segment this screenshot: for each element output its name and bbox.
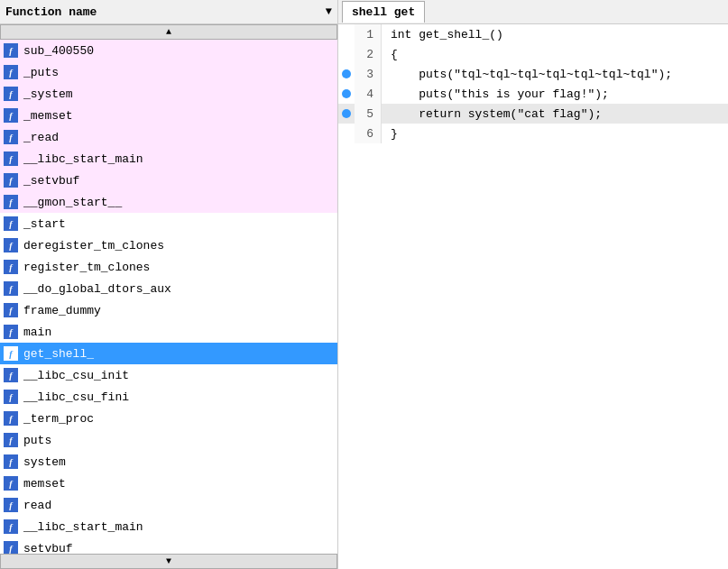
function-item[interactable]: f__libc_csu_fini xyxy=(0,386,337,408)
function-name: setvbuf xyxy=(23,542,73,555)
line-number: 6 xyxy=(355,124,382,143)
function-item[interactable]: f__libc_start_main xyxy=(0,148,337,170)
scroll-down-button[interactable]: ▼ xyxy=(0,554,337,569)
function-name: _term_proc xyxy=(23,412,94,426)
function-item[interactable]: f_start xyxy=(0,213,337,234)
function-name: sub_400550 xyxy=(23,44,94,58)
line-number: 3 xyxy=(355,64,382,84)
dot-circle xyxy=(342,69,351,78)
function-icon: f xyxy=(4,303,18,317)
function-icon: f xyxy=(4,130,18,144)
line-code-text: { xyxy=(382,44,398,64)
function-icon: f xyxy=(4,325,18,339)
function-name: __libc_start_main xyxy=(23,152,143,166)
function-name: main xyxy=(23,326,51,339)
breakpoint-dot[interactable] xyxy=(338,104,355,124)
function-item[interactable]: f__libc_csu_init xyxy=(0,364,337,386)
function-item[interactable]: fmemset xyxy=(0,473,337,494)
breakpoint-dot[interactable] xyxy=(338,64,355,84)
breakpoint-dot[interactable] xyxy=(338,84,355,104)
breakpoint-dot[interactable] xyxy=(338,24,355,44)
line-code-text: int get_shell_() xyxy=(382,24,503,44)
function-icon: f xyxy=(4,260,18,274)
function-list-header: Function name ▼ xyxy=(0,0,337,24)
dot-circle xyxy=(342,109,351,118)
function-icon: f xyxy=(4,390,18,404)
function-name: _read xyxy=(23,131,59,144)
code-line: 5 return system("cat flag"); xyxy=(338,104,728,124)
function-name: __gmon_start__ xyxy=(23,196,122,209)
line-code-text: return system("cat flag"); xyxy=(382,104,602,124)
function-item[interactable]: fread xyxy=(0,494,337,516)
function-icon: f xyxy=(4,65,18,79)
function-icon: f xyxy=(4,195,18,209)
line-number: 5 xyxy=(355,104,382,124)
code-view: 1int get_shell_()2{3 puts("tql~tql~tql~t… xyxy=(338,24,728,569)
line-code-text: puts("this is your flag!"); xyxy=(382,84,609,104)
function-header-label: Function name xyxy=(5,5,97,19)
function-item[interactable]: fget_shell_ xyxy=(0,343,337,364)
function-name: __libc_csu_init xyxy=(23,369,129,382)
function-icon: f xyxy=(4,108,18,123)
function-icon: f xyxy=(4,87,18,101)
function-item[interactable]: f__libc_start_main xyxy=(0,516,337,537)
function-name: system xyxy=(23,455,66,469)
function-item[interactable]: fmain xyxy=(0,321,337,343)
breakpoint-dot[interactable] xyxy=(338,44,355,64)
function-item[interactable]: f__do_global_dtors_aux xyxy=(0,278,337,299)
right-panel: shell get 1int get_shell_()2{3 puts("tql… xyxy=(338,0,728,569)
function-item[interactable]: fputs xyxy=(0,429,337,451)
sort-icon: ▼ xyxy=(326,5,332,18)
function-name: read xyxy=(23,499,51,512)
function-item[interactable]: f_system xyxy=(0,83,337,105)
function-item[interactable]: fsystem xyxy=(0,451,337,473)
function-icon: f xyxy=(4,433,18,447)
line-number: 4 xyxy=(355,84,382,104)
function-name: _memset xyxy=(23,109,73,123)
scroll-up-button[interactable]: ▲ xyxy=(0,24,337,40)
function-item[interactable]: f_setvbuf xyxy=(0,170,337,191)
function-name: _setvbuf xyxy=(23,174,79,188)
function-icon: f xyxy=(4,368,18,382)
code-line: 4 puts("this is your flag!"); xyxy=(338,84,728,104)
function-item[interactable]: f_puts xyxy=(0,61,337,83)
function-icon: f xyxy=(4,498,18,512)
function-name: puts xyxy=(23,434,51,447)
function-icon: f xyxy=(4,541,18,554)
function-name: get_shell_ xyxy=(23,347,94,361)
breakpoint-dot[interactable] xyxy=(338,124,355,143)
function-item[interactable]: fderegister_tm_clones xyxy=(0,234,337,256)
function-item[interactable]: fframe_dummy xyxy=(0,299,337,321)
function-item[interactable]: fsetvbuf xyxy=(0,537,337,554)
code-line: 6} xyxy=(338,124,728,143)
function-icon: f xyxy=(4,281,18,296)
function-icon: f xyxy=(4,43,18,58)
function-name: _puts xyxy=(23,66,59,79)
function-item[interactable]: f__gmon_start__ xyxy=(0,191,337,213)
function-item[interactable]: fregister_tm_clones xyxy=(0,256,337,278)
code-line: 1int get_shell_() xyxy=(338,24,728,44)
function-item[interactable]: f_memset xyxy=(0,105,337,126)
function-icon: f xyxy=(4,238,18,252)
function-icon: f xyxy=(4,173,18,188)
line-number: 1 xyxy=(355,24,382,44)
line-code-text: puts("tql~tql~tql~tql~tql~tql~tql"); xyxy=(382,64,672,84)
function-item[interactable]: f_term_proc xyxy=(0,408,337,429)
function-name: _start xyxy=(23,217,66,231)
code-line: 3 puts("tql~tql~tql~tql~tql~tql~tql"); xyxy=(338,64,728,84)
function-icon: f xyxy=(4,476,18,491)
function-item[interactable]: f_read xyxy=(0,126,337,148)
function-item[interactable]: fsub_400550 xyxy=(0,40,337,61)
function-icon: f xyxy=(4,346,18,361)
dot-circle xyxy=(342,89,351,98)
function-name: __do_global_dtors_aux xyxy=(23,282,171,296)
code-line: 2{ xyxy=(338,44,728,64)
tab-shell-get[interactable]: shell get xyxy=(342,1,425,23)
function-name: frame_dummy xyxy=(23,304,101,317)
function-name: deregister_tm_clones xyxy=(23,239,164,252)
function-name: __libc_csu_fini xyxy=(23,390,129,404)
left-panel: Function name ▼ ▲ fsub_400550f_putsf_sys… xyxy=(0,0,338,569)
line-number: 2 xyxy=(355,44,382,64)
function-name: _system xyxy=(23,87,73,101)
function-icon: f xyxy=(4,216,18,231)
